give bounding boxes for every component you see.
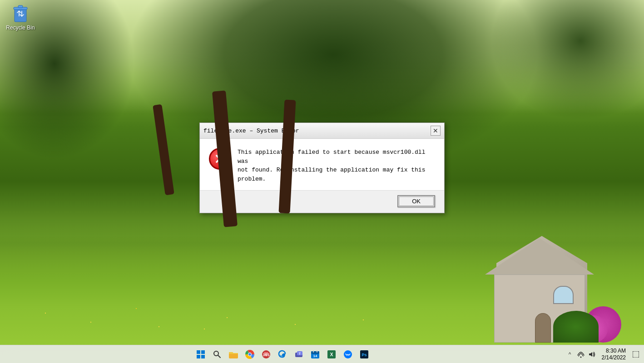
house-roof — [485, 238, 594, 275]
taskbar-file-explorer-button[interactable] — [226, 347, 241, 362]
dialog-close-button[interactable]: ✕ — [431, 126, 441, 136]
recycle-bin-label: Recycle Bin — [6, 25, 35, 31]
svg-rect-8 — [201, 350, 205, 354]
error-dialog: filename.exe – System Error ✕ This a — [199, 123, 445, 213]
dialog-footer: OK — [200, 190, 444, 213]
green-bush — [553, 311, 599, 343]
dialog-titlebar: filename.exe – System Error ✕ — [200, 123, 444, 139]
dialog-body: This application failed to start because… — [200, 139, 444, 190]
taskbar: 365 T — [0, 345, 644, 363]
taskbar-right: ^ 8:30 AM 2/ — [565, 348, 644, 361]
svg-rect-25 — [317, 350, 317, 353]
svg-rect-9 — [197, 355, 200, 358]
taskbar-messenger-button[interactable] — [341, 347, 355, 362]
recycle-bin-icon[interactable]: Recycle Bin — [5, 5, 36, 31]
house-window — [553, 286, 574, 304]
tray-chevron[interactable]: ^ — [565, 350, 575, 359]
svg-rect-7 — [197, 350, 200, 354]
svg-point-16 — [248, 353, 251, 356]
desktop: Recycle Bin filename.exe – System Error … — [0, 0, 644, 363]
svg-rect-10 — [201, 355, 205, 358]
taskbar-chrome-button[interactable] — [243, 347, 257, 362]
system-clock[interactable]: 8:30 AM 2/14/2022 — [598, 348, 629, 361]
taskbar-start-button[interactable] — [193, 347, 208, 362]
svg-text:365: 365 — [263, 353, 270, 357]
taskbar-office365-button[interactable]: 365 — [259, 347, 273, 362]
tray-notification-icon[interactable] — [631, 350, 640, 359]
taskbar-excel-button[interactable]: X — [324, 347, 339, 362]
tray-network-icon[interactable] — [576, 350, 585, 359]
taskbar-search-button[interactable] — [210, 347, 224, 362]
ok-button[interactable]: OK — [397, 195, 435, 207]
svg-text:14: 14 — [313, 354, 317, 358]
svg-text:X: X — [330, 352, 333, 357]
taskbar-teams-button[interactable]: T — [292, 347, 306, 362]
taskbar-edge-button[interactable] — [275, 347, 290, 362]
taskbar-center: 365 T — [0, 347, 565, 362]
tray-volume-icon[interactable] — [587, 350, 596, 359]
dialog-message: This application failed to start because… — [238, 148, 435, 183]
clock-date: 2/14/2022 — [602, 354, 626, 361]
taskbar-photoshop-button[interactable]: Ps — [357, 347, 372, 362]
clock-time: 8:30 AM — [606, 348, 626, 354]
house-door — [535, 313, 551, 343]
svg-text:T: T — [299, 352, 301, 355]
svg-point-32 — [580, 356, 581, 358]
svg-rect-2 — [18, 5, 23, 8]
taskbar-calendar-button[interactable]: 14 — [308, 347, 322, 362]
system-tray: ^ 8:30 AM 2/ — [565, 348, 644, 361]
svg-line-12 — [218, 355, 220, 358]
svg-rect-33 — [633, 351, 639, 358]
svg-text:Ps: Ps — [362, 353, 367, 357]
svg-rect-24 — [313, 350, 314, 353]
recycle-bin-graphic — [11, 5, 30, 23]
dialog-message-text: This application failed to start because… — [238, 149, 425, 182]
